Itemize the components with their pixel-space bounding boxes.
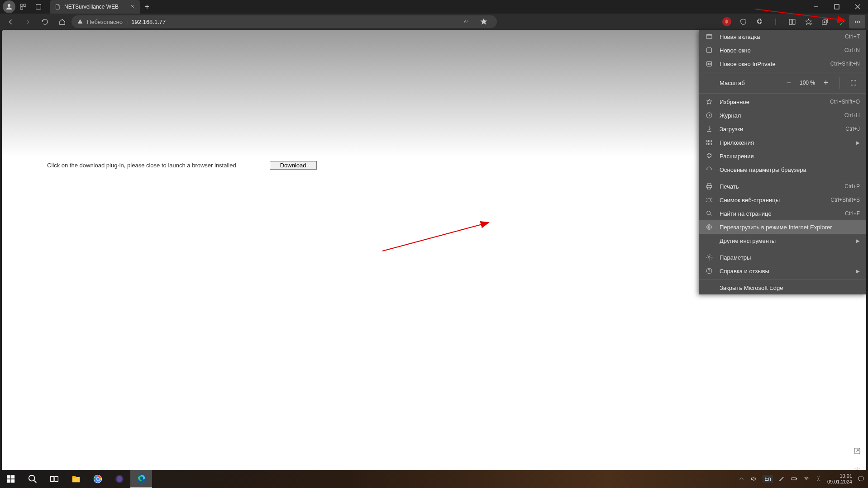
svg-point-10: [855, 21, 856, 22]
window-controls: [806, 0, 868, 14]
not-secure-icon: [77, 19, 83, 25]
workspaces-icon[interactable]: [15, 0, 31, 14]
svg-rect-15: [706, 34, 712, 38]
file-explorer-icon[interactable]: [65, 470, 87, 488]
menu-apps[interactable]: Приложения ▶: [699, 136, 866, 149]
chevron-right-icon: ▶: [856, 269, 860, 274]
zoom-out-button[interactable]: −: [782, 76, 795, 89]
start-button[interactable]: [0, 470, 22, 488]
fullscreen-button[interactable]: [847, 76, 860, 89]
svg-text:A⁾: A⁾: [464, 19, 467, 24]
favorites-bar-icon[interactable]: [800, 15, 816, 28]
more-menu-button[interactable]: [849, 15, 865, 28]
svg-point-29: [707, 211, 711, 215]
page-icon: [54, 4, 61, 10]
menu-history[interactable]: Журнал Ctrl+H: [699, 109, 866, 122]
svg-rect-17: [707, 62, 712, 66]
download-button[interactable]: Download: [270, 161, 317, 170]
svg-rect-45: [72, 476, 76, 478]
svg-rect-8: [792, 19, 795, 24]
tray-battery-icon[interactable]: [791, 475, 797, 483]
menu-reload-ie-mode[interactable]: Перезагрузить в режиме Internet Explorer: [699, 220, 866, 234]
tab-actions-icon[interactable]: [31, 0, 46, 14]
svg-rect-1: [20, 4, 23, 6]
menu-help[interactable]: Справка и отзывы ▶: [699, 264, 866, 278]
system-tray: En 10:01 09.01.2024: [738, 473, 868, 485]
address-toolbar: Небезопасно | 192.168.1.77 A⁾ |: [0, 14, 868, 30]
svg-point-0: [8, 4, 10, 7]
tracking-shield-icon[interactable]: [735, 15, 751, 28]
close-window-button[interactable]: [847, 0, 868, 14]
menu-new-inprivate[interactable]: Новое окно InPrivate Ctrl+Shift+N: [699, 57, 866, 71]
open-external-icon[interactable]: [852, 445, 863, 456]
menu-extensions[interactable]: Расширения: [699, 149, 866, 163]
tray-chevron-icon[interactable]: [738, 475, 745, 483]
menu-settings[interactable]: Параметры: [699, 251, 866, 264]
firefox-icon[interactable]: [109, 470, 130, 488]
address-input[interactable]: Небезопасно | 192.168.1.77 A⁾: [72, 15, 497, 28]
svg-point-51: [117, 476, 123, 482]
menu-new-tab[interactable]: Новая вкладка Ctrl+T: [699, 30, 866, 43]
browser-menu: Новая вкладка Ctrl+T Новое окно Ctrl+N Н…: [699, 30, 866, 294]
menu-downloads[interactable]: Загрузки Ctrl+J: [699, 122, 866, 136]
edge-icon[interactable]: [130, 470, 152, 488]
menu-favorites[interactable]: Избранное Ctrl+Shift+O: [699, 95, 866, 109]
tray-language[interactable]: En: [763, 475, 773, 483]
menu-more-tools[interactable]: Другие инструменты ▶: [699, 234, 866, 247]
security-label: Небезопасно: [87, 19, 123, 25]
tray-pen-icon[interactable]: [778, 475, 785, 483]
svg-rect-42: [51, 477, 54, 482]
profile-avatar[interactable]: [3, 0, 15, 13]
svg-rect-2: [24, 4, 26, 6]
svg-rect-37: [7, 475, 10, 479]
search-button[interactable]: [22, 470, 43, 488]
tab-title: NETSurveillance WEB: [64, 4, 126, 10]
zoom-in-button[interactable]: +: [820, 76, 832, 89]
menu-zoom: Масштаб − 100 % +: [699, 74, 866, 92]
menu-browser-essentials[interactable]: Основные параметры браузера: [699, 163, 866, 176]
chrome-icon[interactable]: [87, 470, 109, 488]
menu-find[interactable]: Найти на странице Ctrl+F: [699, 207, 866, 220]
read-aloud-icon[interactable]: A⁾: [459, 15, 474, 28]
browser-essentials-icon[interactable]: [833, 15, 849, 28]
plugin-instruction-text: Click on the download plug-in, please cl…: [47, 162, 236, 169]
svg-rect-4: [36, 5, 41, 9]
svg-rect-7: [789, 19, 792, 24]
task-view-button[interactable]: [43, 470, 65, 488]
svg-point-18: [708, 63, 709, 65]
svg-point-49: [96, 478, 99, 480]
adblock-icon[interactable]: [719, 15, 735, 28]
maximize-button[interactable]: [826, 0, 847, 14]
menu-print[interactable]: Печать Ctrl+P: [699, 180, 866, 193]
favorite-star-icon[interactable]: [476, 15, 491, 28]
tray-connect-icon[interactable]: [815, 475, 822, 483]
browser-tab[interactable]: NETSurveillance WEB: [50, 0, 140, 14]
svg-rect-40: [11, 479, 14, 483]
home-button[interactable]: [54, 15, 70, 28]
new-tab-button[interactable]: +: [140, 3, 154, 11]
svg-point-41: [29, 475, 35, 481]
svg-point-19: [710, 63, 711, 65]
collections-icon[interactable]: [816, 15, 833, 28]
svg-point-11: [857, 21, 858, 22]
tray-volume-icon[interactable]: [750, 475, 757, 483]
refresh-button[interactable]: [37, 15, 52, 28]
tray-notifications-icon[interactable]: [858, 475, 864, 483]
back-button[interactable]: [3, 15, 18, 28]
svg-rect-39: [7, 479, 10, 483]
tray-clock[interactable]: 10:01 09.01.2024: [827, 473, 852, 485]
svg-rect-5: [835, 5, 839, 9]
svg-rect-38: [11, 475, 14, 479]
split-screen-icon[interactable]: [784, 15, 800, 28]
close-tab-icon[interactable]: [129, 4, 136, 10]
forward-button[interactable]: [20, 15, 35, 28]
menu-web-capture[interactable]: Снимок веб-страницы Ctrl+Shift+S: [699, 193, 866, 207]
menu-new-window[interactable]: Новое окно Ctrl+N: [699, 43, 866, 57]
svg-rect-25: [707, 184, 711, 185]
extensions-icon[interactable]: [751, 15, 768, 28]
svg-rect-22: [710, 140, 711, 142]
tray-wifi-icon[interactable]: [803, 475, 810, 483]
svg-rect-27: [708, 187, 711, 189]
minimize-button[interactable]: [806, 0, 826, 14]
menu-close-edge[interactable]: Закрыть Microsoft Edge: [699, 281, 866, 294]
